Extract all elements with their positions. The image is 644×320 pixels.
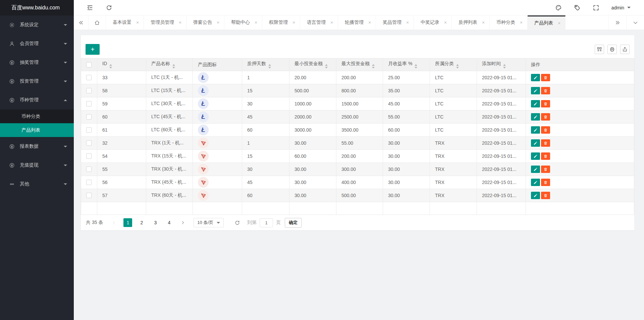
row-checkbox[interactable]: [86, 153, 92, 159]
edit-button[interactable]: [531, 87, 540, 94]
tab-10[interactable]: 质押列表×: [452, 15, 490, 30]
column-header-time[interactable]: 添加时间: [477, 58, 526, 71]
next-page-button[interactable]: [178, 218, 187, 227]
page-button-4[interactable]: 4: [165, 218, 173, 227]
tab-3[interactable]: 弹窗公告×: [186, 15, 224, 30]
edit-button[interactable]: [531, 126, 540, 134]
sort-desc-icon[interactable]: [325, 67, 328, 68]
sort-desc-icon[interactable]: [172, 67, 175, 68]
column-header-days[interactable]: 质押天数: [242, 58, 289, 71]
delete-button[interactable]: [541, 139, 550, 147]
sort-desc-icon[interactable]: [268, 67, 271, 68]
edit-button[interactable]: [531, 100, 540, 107]
close-tab-icon[interactable]: ×: [329, 20, 334, 25]
filter-columns-button[interactable]: [595, 45, 604, 54]
sort-asc-icon[interactable]: [172, 64, 175, 66]
edit-button[interactable]: [531, 152, 540, 160]
delete-button[interactable]: [541, 179, 550, 186]
home-tab[interactable]: [89, 15, 106, 30]
sidebar-item-3[interactable]: 抽奖管理: [0, 53, 74, 72]
row-checkbox[interactable]: [86, 127, 92, 133]
export-button[interactable]: [620, 45, 630, 54]
tab-5[interactable]: 权限管理×: [262, 15, 300, 30]
pagination-refresh-button[interactable]: [232, 218, 242, 227]
close-tab-icon[interactable]: ×: [367, 20, 372, 25]
delete-button[interactable]: [541, 192, 550, 199]
sort-asc-icon[interactable]: [109, 64, 112, 66]
row-checkbox[interactable]: [86, 101, 92, 106]
sort-icon[interactable]: [325, 64, 328, 68]
edit-button[interactable]: [531, 192, 540, 199]
print-button[interactable]: [607, 45, 617, 54]
page-button-3[interactable]: 3: [151, 218, 160, 227]
sort-desc-icon[interactable]: [456, 67, 459, 68]
goto-confirm-button[interactable]: 确定: [285, 218, 302, 228]
delete-button[interactable]: [541, 74, 550, 81]
tab-6[interactable]: 语言管理×: [300, 15, 338, 30]
tabs-more-button[interactable]: [626, 15, 644, 30]
delete-button[interactable]: [541, 166, 550, 173]
sort-asc-icon[interactable]: [503, 64, 506, 66]
collapse-sidebar-icon[interactable]: [87, 4, 93, 11]
row-checkbox[interactable]: [86, 193, 92, 198]
row-checkbox[interactable]: [86, 140, 92, 146]
sort-icon[interactable]: [109, 64, 112, 68]
row-checkbox[interactable]: [86, 180, 92, 185]
row-checkbox[interactable]: [86, 75, 92, 80]
delete-button[interactable]: [541, 126, 550, 134]
sidebar-item-8[interactable]: 其他: [0, 175, 74, 193]
sidebar-subitem[interactable]: 产品列表: [0, 123, 74, 137]
tab-7[interactable]: 轮播管理×: [338, 15, 376, 30]
sidebar-item-2[interactable]: 会员管理: [0, 34, 74, 53]
row-checkbox[interactable]: [86, 167, 92, 172]
tab-2[interactable]: 管理员管理×: [144, 15, 186, 30]
user-menu[interactable]: admin: [611, 5, 631, 10]
delete-button[interactable]: [541, 100, 550, 107]
sort-desc-icon[interactable]: [109, 67, 112, 68]
tag-icon[interactable]: [574, 4, 581, 11]
sort-asc-icon[interactable]: [268, 64, 271, 66]
sort-icon[interactable]: [172, 64, 175, 68]
sort-asc-icon[interactable]: [415, 64, 417, 66]
close-tab-icon[interactable]: ×: [481, 20, 486, 25]
sidebar-item-4[interactable]: 投资管理: [0, 72, 74, 91]
column-header-id[interactable]: ID: [97, 58, 146, 71]
close-tab-icon[interactable]: ×: [177, 20, 183, 25]
sort-asc-icon[interactable]: [372, 64, 375, 66]
column-header-category[interactable]: 所属分类: [430, 58, 477, 71]
close-tab-icon[interactable]: ×: [291, 20, 297, 25]
close-tab-icon[interactable]: ×: [443, 20, 448, 25]
close-tab-icon[interactable]: ×: [253, 20, 259, 25]
sidebar-subitem[interactable]: 币种分类: [0, 109, 74, 123]
sort-icon[interactable]: [372, 64, 375, 68]
edit-button[interactable]: [531, 179, 540, 186]
edit-button[interactable]: [531, 74, 540, 81]
sort-asc-icon[interactable]: [456, 64, 459, 66]
edit-button[interactable]: [531, 113, 540, 121]
sort-desc-icon[interactable]: [415, 67, 417, 68]
column-header-max[interactable]: 最大投资金额: [336, 58, 383, 71]
sort-icon[interactable]: [268, 64, 271, 68]
goto-page-input[interactable]: [260, 218, 273, 227]
edit-button[interactable]: [531, 139, 540, 147]
page-size-select[interactable]: 10 条/页: [194, 218, 224, 227]
close-tab-icon[interactable]: ×: [556, 20, 562, 26]
prev-page-button[interactable]: [110, 218, 118, 227]
tab-11[interactable]: 币种分类×: [490, 15, 528, 30]
close-tab-icon[interactable]: ×: [405, 20, 410, 25]
close-tab-icon[interactable]: ×: [215, 20, 221, 25]
theme-icon[interactable]: [555, 4, 562, 11]
add-product-button[interactable]: +: [86, 44, 100, 55]
sort-desc-icon[interactable]: [503, 67, 506, 68]
sort-icon[interactable]: [456, 64, 459, 68]
column-header-name[interactable]: 产品名称: [146, 58, 193, 71]
sidebar-item-5[interactable]: 币种管理: [0, 91, 74, 109]
sort-desc-icon[interactable]: [372, 67, 375, 68]
close-tab-icon[interactable]: ×: [135, 20, 140, 25]
row-checkbox[interactable]: [86, 88, 92, 93]
row-checkbox[interactable]: [86, 114, 92, 120]
page-button-2[interactable]: 2: [137, 218, 146, 227]
page-button-1[interactable]: 1: [123, 218, 132, 227]
tab-8[interactable]: 奖品管理×: [376, 15, 414, 30]
delete-button[interactable]: [541, 113, 550, 121]
